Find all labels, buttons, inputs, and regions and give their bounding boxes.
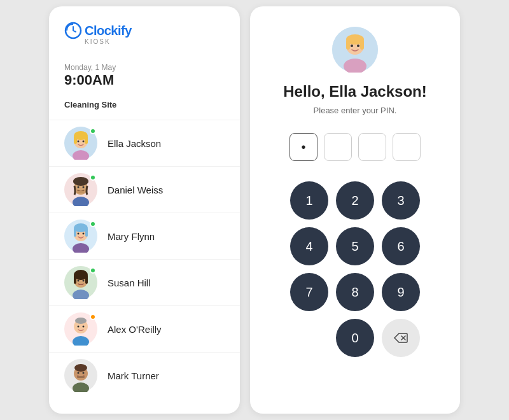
location-label: Cleaning Site (64, 100, 225, 109)
svg-point-42 (83, 372, 85, 374)
user-item-mark[interactable]: Mark Turner (49, 352, 240, 398)
pin-prompt-text: Please enter your PIN. (314, 106, 397, 115)
left-panel: Clockify KIOSK Monday, 1 May 9:00AM Clea… (49, 6, 240, 414)
svg-rect-19 (74, 228, 76, 237)
svg-rect-49 (360, 39, 364, 50)
selected-user-avatar (332, 27, 378, 73)
numpad-btn-3[interactable]: 3 (382, 181, 420, 220)
greeting-text: Hello, Ella Jackson! (283, 83, 426, 101)
numpad-btn-0[interactable]: 0 (336, 319, 374, 357)
logo-text: Clockify (85, 24, 132, 38)
svg-rect-4 (74, 136, 77, 144)
svg-rect-48 (346, 39, 350, 50)
location-area: Cleaning Site (49, 95, 240, 120)
svg-point-30 (83, 280, 85, 282)
numpad-btn-8[interactable]: 8 (336, 273, 374, 311)
user-name-susan: Susan Hill (108, 277, 151, 288)
svg-point-50 (351, 45, 353, 47)
status-dot-mary (90, 221, 96, 227)
svg-point-40 (74, 364, 87, 372)
user-name-mary: Mary Flynn (108, 231, 155, 242)
date-display: Monday, 1 May (64, 63, 225, 72)
avatar-mary (64, 220, 97, 253)
svg-point-34 (75, 318, 87, 324)
svg-point-6 (78, 141, 80, 143)
datetime-area: Monday, 1 May 9:00AM (49, 52, 240, 95)
avatar-daniel (64, 173, 97, 206)
time-display: 9:00AM (64, 72, 225, 88)
svg-point-12 (78, 186, 80, 188)
logo-area: Clockify KIOSK (49, 22, 240, 45)
user-item-daniel[interactable]: Daniel Weiss (49, 166, 240, 213)
pin-box-1: • (289, 133, 317, 161)
ella-avatar-svg (332, 27, 378, 73)
svg-rect-27 (74, 275, 76, 284)
avatar-mark (64, 359, 97, 392)
svg-point-29 (78, 280, 80, 282)
svg-point-22 (83, 233, 85, 235)
backspace-icon (394, 333, 408, 343)
user-name-daniel: Daniel Weiss (108, 185, 163, 195)
avatar-susan (64, 266, 97, 299)
user-item-susan[interactable]: Susan Hill (49, 259, 240, 305)
app-container: Clockify KIOSK Monday, 1 May 9:00AM Clea… (36, 0, 473, 420)
user-item-mary[interactable]: Mary Flynn (49, 213, 240, 259)
pin-box-3 (358, 133, 386, 161)
pin-box-4 (393, 133, 421, 161)
status-dot-ella (90, 128, 96, 134)
svg-point-51 (357, 45, 359, 47)
status-dot-daniel (90, 174, 96, 181)
svg-rect-5 (85, 136, 88, 144)
numpad-btn-backspace[interactable] (382, 319, 420, 357)
svg-point-36 (83, 326, 85, 328)
user-name-ella: Ella Jackson (108, 138, 161, 149)
svg-rect-14 (77, 191, 85, 193)
status-dot-alex (90, 314, 96, 320)
pin-box-2 (324, 133, 352, 161)
svg-rect-28 (85, 275, 88, 284)
numpad-btn-1[interactable]: 1 (290, 181, 328, 220)
user-list: Ella JacksonDaniel WeissMary FlynnSusan … (49, 120, 240, 398)
numpad-btn-4[interactable]: 4 (290, 227, 328, 265)
numpad-btn-7[interactable]: 7 (290, 273, 328, 311)
numpad-btn-2[interactable]: 2 (336, 181, 374, 220)
logo-row: Clockify (64, 22, 132, 39)
user-item-alex[interactable]: Alex O'Reilly (49, 305, 240, 352)
numpad: 1234567890 (290, 181, 420, 357)
svg-point-41 (78, 372, 80, 374)
avatar-alex (64, 312, 97, 346)
right-panel: Hello, Ella Jackson! Please enter your P… (250, 6, 460, 414)
svg-point-21 (78, 233, 80, 235)
svg-rect-20 (85, 228, 88, 237)
numpad-btn-5[interactable]: 5 (336, 227, 374, 265)
avatar-ella (64, 127, 97, 160)
clockify-logo-icon (64, 22, 82, 39)
kiosk-label: KIOSK (85, 38, 111, 45)
numpad-btn-9[interactable]: 9 (382, 273, 420, 311)
pin-input-display: • (289, 133, 421, 161)
svg-point-35 (78, 326, 80, 328)
user-name-alex: Alex O'Reilly (108, 324, 162, 335)
user-item-ella[interactable]: Ella Jackson (49, 120, 240, 166)
svg-rect-43 (77, 376, 85, 378)
status-dot-susan (90, 267, 96, 274)
user-name-mark: Mark Turner (108, 370, 159, 381)
svg-point-7 (83, 141, 85, 143)
svg-point-13 (83, 186, 85, 188)
numpad-btn-6[interactable]: 6 (382, 227, 420, 265)
svg-point-11 (73, 177, 88, 186)
